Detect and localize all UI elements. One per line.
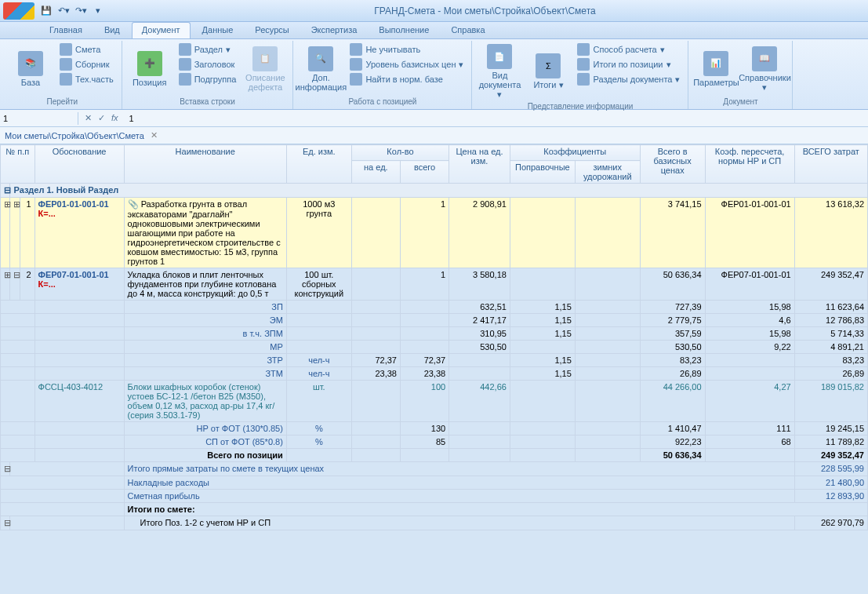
breadcrumb[interactable]: Мои сметы\Стройка\Объект\Смета	[5, 131, 144, 140]
title-bar: 💾 ↶▾ ↷▾ ▾ ГРАНД-Смета - Мои сметы\Стройк…	[0, 0, 868, 22]
pos-totals-icon	[577, 58, 590, 71]
totals-button[interactable]: Σ Итоги ▾	[525, 42, 571, 100]
smeta-button[interactable]: Смета	[56, 42, 117, 56]
cancel-icon[interactable]: ✕	[85, 113, 92, 123]
header-button[interactable]: Заголовок	[176, 57, 240, 71]
tab-document[interactable]: Документ	[132, 22, 191, 38]
book-icon: 📖	[752, 46, 777, 71]
formula-input[interactable]	[129, 114, 863, 123]
app-logo-icon	[3, 2, 35, 20]
collapse-icon[interactable]: ⊟	[1, 516, 10, 530]
tab-expertise[interactable]: Экспертиза	[301, 22, 368, 38]
params-button[interactable]: 📊 Параметры	[693, 42, 739, 96]
sbornik-button[interactable]: Сборник	[56, 57, 117, 71]
redo-icon[interactable]: ↷▾	[74, 4, 88, 18]
tab-resources[interactable]: Ресурсы	[245, 22, 299, 38]
summary-total-row[interactable]: ⊟Итого Поз. 1-2 с учетом НР и СП262 970,…	[1, 516, 868, 530]
expand-icon[interactable]: ⊞	[1, 198, 10, 268]
cell-ref-input[interactable]	[3, 114, 74, 123]
component-row[interactable]: в т.ч. ЗПМ310,951,15357,5915,985 714,33	[1, 327, 868, 341]
breadcrumb-bar: Мои сметы\Стройка\Объект\Смета ✕	[0, 127, 868, 144]
material-row[interactable]: ФССЦ-403-4012Блоки шкафных коробок (стен…	[1, 381, 868, 422]
group-label: Перейти	[8, 96, 117, 108]
totals-icon: Σ	[536, 53, 561, 78]
qat-more-icon[interactable]: ▾	[91, 4, 105, 18]
nr-row[interactable]: НР от ФОТ (130*0.85)%1301 410,4711119 24…	[1, 422, 868, 435]
collapse-icon[interactable]: ⊟	[1, 462, 10, 476]
doc-sections-button[interactable]: Разделы документа ▾	[574, 72, 683, 86]
position-row[interactable]: ⊞ ⊟ 2 ФЕР07-01-001-01К=... Укладка блоко…	[1, 268, 868, 301]
calc-method-button[interactable]: Способ расчета ▾	[574, 42, 683, 56]
base-icon: 📚	[18, 51, 43, 76]
ribbon-group-presentation: 📄 Вид документа ▾ Σ Итоги ▾ Способ расче…	[472, 41, 688, 109]
save-icon[interactable]: 💾	[39, 4, 53, 18]
tab-main[interactable]: Главная	[39, 22, 93, 38]
extra-info-button[interactable]: 🔍 Доп. информация	[298, 42, 343, 96]
section-row[interactable]: ⊟ Раздел 1. Новый Раздел	[1, 184, 868, 198]
position-total-row[interactable]: Всего по позиции50 636,34249 352,47	[1, 449, 868, 462]
smeta-icon	[60, 43, 72, 56]
position-button[interactable]: ➕ Позиция	[127, 42, 173, 96]
tech-button[interactable]: Тех.часть	[56, 72, 117, 86]
data-grid: № п.п Обоснование Наименование Ед. изм. …	[0, 144, 868, 530]
formula-bar: ✕ ✓ fx	[0, 110, 868, 127]
ribbon-tabs: Главная Вид Документ Данные Ресурсы Эксп…	[0, 22, 868, 39]
find-norm-button[interactable]: Найти в норм. базе	[347, 72, 467, 86]
cell-reference	[0, 112, 78, 125]
section-icon	[179, 43, 191, 56]
ignore-button[interactable]: Не учитывать	[347, 42, 467, 56]
tab-view[interactable]: Вид	[94, 22, 130, 38]
position-row[interactable]: ⊞ ⊞ 1 ФЕР01-01-001-01К=... 📎 Разработка …	[1, 198, 868, 268]
doc-view-button[interactable]: 📄 Вид документа ▾	[477, 42, 522, 100]
undo-icon[interactable]: ↶▾	[56, 4, 71, 18]
confirm-icon[interactable]: ✓	[98, 113, 105, 123]
component-row[interactable]: ЗП632,511,15727,3915,9811 623,64	[1, 301, 868, 314]
window-title: ГРАНД-Смета - Мои сметы\Стройка\Объект\С…	[105, 5, 865, 16]
expand-icon[interactable]: ⊞	[10, 198, 20, 268]
ribbon: 📚 База Смета Сборник Тех.часть Перейти ➕…	[0, 39, 868, 110]
fx-icon[interactable]: fx	[111, 113, 118, 123]
header-icon	[179, 58, 191, 71]
summary-header-row[interactable]: Итоги по смете:	[1, 503, 868, 516]
subgroup-icon	[179, 73, 191, 86]
section-button[interactable]: Раздел ▾	[176, 42, 240, 56]
ribbon-group-navigate: 📚 База Смета Сборник Тех.часть Перейти	[3, 41, 122, 109]
reference-button[interactable]: 📖 Справочники ▾	[742, 42, 787, 96]
find-icon	[350, 73, 362, 86]
component-row[interactable]: ЭМ2 417,171,152 779,754,612 786,83	[1, 314, 868, 327]
doc-view-icon: 📄	[487, 44, 512, 69]
component-row[interactable]: ЗТМчел-ч23,3823,381,1526,8926,89	[1, 367, 868, 381]
tab-data[interactable]: Данные	[192, 22, 244, 38]
price-level-button[interactable]: Уровень базисных цен ▾	[347, 57, 467, 71]
price-level-icon	[350, 58, 362, 71]
base-button[interactable]: 📚 База	[8, 42, 53, 96]
sbornik-icon	[60, 58, 72, 71]
grid-header: № п.п Обоснование Наименование Ед. изм. …	[1, 145, 868, 184]
component-row[interactable]: МР530,50530,509,224 891,21	[1, 341, 868, 354]
defect-button[interactable]: 📋 Описание дефекта	[242, 42, 288, 96]
summary-row[interactable]: Накладные расходы21 480,90	[1, 476, 868, 490]
component-row[interactable]: ЗТРчел-ч72,3772,371,1583,2383,23	[1, 354, 868, 367]
pos-totals-button[interactable]: Итоги по позиции ▾	[574, 57, 683, 71]
ribbon-group-document: 📊 Параметры 📖 Справочники ▾ Документ	[688, 41, 793, 109]
close-icon[interactable]: ✕	[149, 130, 160, 141]
defect-icon: 📋	[252, 46, 278, 71]
tech-icon	[60, 73, 72, 86]
ribbon-group-insert: ➕ Позиция Раздел ▾ Заголовок Подгруппа 📋…	[122, 41, 294, 109]
calc-icon	[577, 43, 590, 56]
sp-row[interactable]: СП от ФОТ (85*0.8)%85922,236811 789,82	[1, 435, 868, 449]
expand-icon[interactable]: ⊞	[1, 268, 10, 301]
summary-row[interactable]: ⊟Итого прямые затраты по смете в текущих…	[1, 462, 868, 476]
plus-icon: ➕	[137, 51, 162, 76]
collapse-icon[interactable]: ⊟	[1, 184, 10, 198]
params-icon: 📊	[703, 51, 728, 76]
tab-execution[interactable]: Выполнение	[369, 22, 439, 38]
tab-help[interactable]: Справка	[441, 22, 495, 38]
quick-access-toolbar: 💾 ↶▾ ↷▾ ▾	[39, 4, 105, 18]
doc-sections-icon	[577, 73, 590, 86]
subgroup-button[interactable]: Подгруппа	[176, 72, 240, 86]
info-icon: 🔍	[308, 46, 333, 71]
ignore-icon	[350, 43, 362, 56]
summary-row[interactable]: Сметная прибыль12 893,90	[1, 490, 868, 503]
collapse-icon[interactable]: ⊟	[10, 268, 20, 301]
